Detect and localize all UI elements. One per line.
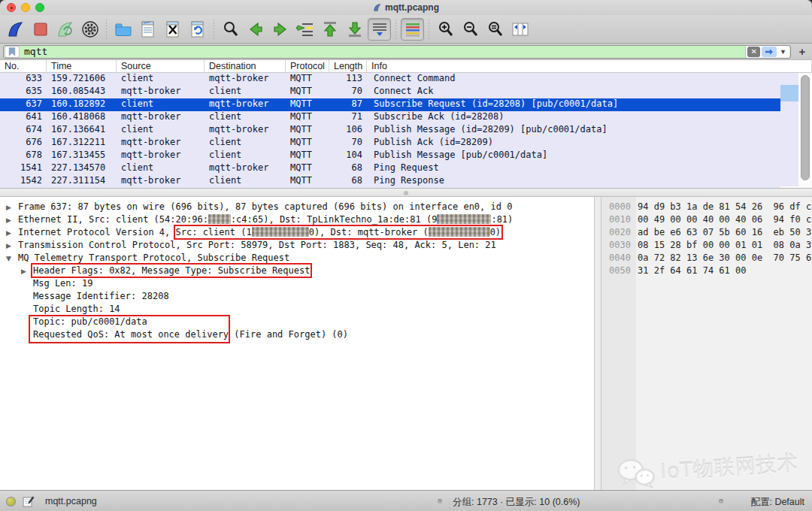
- stop-capture-button[interactable]: [29, 18, 52, 41]
- detail-line[interactable]: ▼MQ Telemetry Transport Protocol, Subscr…: [0, 252, 594, 265]
- profile-selector[interactable]: 配置: Default: [750, 496, 804, 509]
- intelligent-scrollbar-minimap[interactable]: [780, 73, 798, 186]
- filter-add-button[interactable]: +: [795, 45, 809, 58]
- detail-line[interactable]: ▶Internet Protocol Version 4, Src: clien…: [0, 227, 594, 240]
- go-back-button[interactable]: [244, 18, 267, 41]
- detail-text: :81): [491, 214, 513, 225]
- colorize-button[interactable]: [401, 18, 424, 41]
- packet-row[interactable]: 1541227.134570clientmqtt-brokerMQTT68Pin…: [0, 162, 780, 175]
- detail-line[interactable]: ▶Header Flags: 0x82, Message Type: Subsc…: [0, 265, 594, 278]
- detail-line[interactable]: Requested QoS: At most once delivery (Fi…: [0, 329, 594, 342]
- capture-options-button[interactable]: [78, 18, 102, 41]
- packet-row[interactable]: 633159.721606clientmqtt-brokerMQTT113Con…: [0, 73, 780, 86]
- packet-list-header: No.TimeSourceDestinationProtocolLengthIn…: [0, 60, 812, 73]
- packet-row[interactable]: 676167.312211mqtt-brokerclientMQTT70Publ…: [0, 137, 780, 150]
- packet-row[interactable]: 674167.136641clientmqtt-brokerMQTT106Pub…: [0, 124, 780, 137]
- go-to-packet-button[interactable]: [293, 18, 317, 41]
- zoom-out-button[interactable]: [459, 18, 482, 41]
- packet-row[interactable]: 641160.418068mqtt-brokerclientMQTT71Subs…: [0, 111, 780, 124]
- restart-capture-button[interactable]: [53, 18, 77, 41]
- collapsed-arrow-icon[interactable]: ▶: [21, 268, 33, 275]
- zoom-in-button[interactable]: [434, 18, 457, 41]
- filter-clear-button[interactable]: ✕: [747, 47, 760, 57]
- close-file-button[interactable]: [161, 18, 184, 41]
- arrow-to-top-icon: [321, 20, 339, 38]
- cell-dst: client: [205, 175, 286, 188]
- cell-no: 637: [0, 98, 47, 111]
- detail-line[interactable]: ▶Ethernet II, Src: client (54:20:96::c4:…: [0, 214, 594, 227]
- hex-row[interactable]: 003008 15 28 bf 00 00 01 01 08 0a 3: [609, 240, 812, 252]
- detail-line[interactable]: Message Identifier: 28208: [0, 291, 594, 304]
- toolbar-separator: [429, 20, 429, 39]
- hex-row[interactable]: 0020ad be e6 63 07 5b 60 16 eb 50 3: [609, 227, 812, 240]
- close-window-button[interactable]: [7, 3, 16, 12]
- splitter-handle[interactable]: [404, 191, 408, 195]
- maximize-window-button[interactable]: [35, 3, 44, 12]
- pane-splitter[interactable]: [0, 188, 812, 197]
- cell-len: 68: [329, 162, 367, 175]
- column-header-info[interactable]: Info: [367, 60, 812, 72]
- detail-line[interactable]: Topic Length: 14: [0, 304, 594, 316]
- column-header-protocol[interactable]: Protocol: [286, 60, 329, 72]
- cell-dst: mqtt-broker: [205, 98, 286, 111]
- details-hex-splitter[interactable]: [594, 197, 601, 490]
- go-to-bottom-button[interactable]: [343, 18, 366, 41]
- hex-row[interactable]: 00400a 72 82 13 6e 30 00 0e 70 75 6: [609, 252, 812, 265]
- collapsed-arrow-icon[interactable]: ▶: [6, 242, 18, 249]
- start-capture-button[interactable]: [4, 18, 27, 41]
- packet-row[interactable]: 1542227.311154mqtt-brokerclientMQTT68Pin…: [0, 175, 780, 188]
- go-to-top-button[interactable]: [318, 18, 341, 41]
- scrollbar-thumb[interactable]: [801, 75, 810, 180]
- filter-bookmark-button[interactable]: [5, 46, 20, 58]
- cell-proto: MQTT: [286, 162, 329, 175]
- packet-row[interactable]: 635160.085443mqtt-brokerclientMQTT70Conn…: [0, 86, 780, 98]
- go-forward-button[interactable]: [268, 18, 292, 41]
- column-header-length[interactable]: Length: [329, 60, 367, 72]
- reload-file-button[interactable]: [186, 18, 209, 41]
- collapsed-arrow-icon[interactable]: ▶: [6, 204, 18, 211]
- resize-columns-button[interactable]: [508, 18, 532, 41]
- filter-apply-button[interactable]: [762, 47, 777, 57]
- cell-dst: mqtt-broker: [205, 124, 286, 137]
- cell-no: 641: [0, 111, 47, 124]
- expert-info-indicator[interactable]: [6, 497, 16, 506]
- collapsed-arrow-icon[interactable]: ▶: [6, 229, 18, 237]
- file-reload-icon: [189, 20, 207, 38]
- open-file-button[interactable]: [111, 18, 135, 41]
- apply-arrow-icon: [765, 48, 774, 56]
- zoom-100-button[interactable]: [483, 18, 507, 41]
- display-filter-input[interactable]: mqtt ✕ ▼: [3, 45, 791, 59]
- detail-line[interactable]: ▶Frame 637: 87 bytes on wire (696 bits),…: [0, 201, 594, 214]
- column-header-no[interactable]: No.: [0, 60, 47, 72]
- cell-time: 227.311154: [47, 175, 117, 188]
- toolbar-separator: [395, 20, 396, 39]
- auto-scroll-button[interactable]: [368, 18, 391, 41]
- find-packet-button[interactable]: [219, 18, 242, 41]
- detail-line[interactable]: Topic: pub/c0001/data: [0, 316, 594, 329]
- zoom-out-icon: [462, 20, 480, 38]
- detail-text: :c4:65), Dst: TpLinkTechno_1a:de:81 (9: [231, 214, 438, 225]
- capture-comment-button[interactable]: [23, 495, 35, 509]
- column-header-time[interactable]: Time: [47, 60, 117, 72]
- column-header-source[interactable]: Source: [117, 60, 205, 72]
- filter-value[interactable]: mqtt: [20, 46, 745, 57]
- minimap-selection-mark: [780, 85, 798, 101]
- collapsed-arrow-icon[interactable]: ▶: [6, 216, 18, 224]
- cell-len: 104: [329, 150, 367, 162]
- cell-len: 70: [329, 86, 367, 98]
- save-file-button[interactable]: [136, 18, 159, 41]
- minimize-window-button[interactable]: [21, 3, 30, 12]
- column-header-destination[interactable]: Destination: [205, 60, 286, 72]
- cell-time: 167.313455: [47, 150, 117, 162]
- expanded-arrow-icon[interactable]: ▼: [6, 255, 18, 262]
- packet-row[interactable]: 637160.182892clientmqtt-brokerMQTT87Subs…: [0, 98, 780, 111]
- packet-row[interactable]: 678167.313455mqtt-brokerclientMQTT104Pub…: [0, 150, 780, 162]
- hex-row[interactable]: 000094 d9 b3 1a de 81 54 26 96 df c: [609, 201, 812, 214]
- cell-dst: client: [205, 150, 286, 162]
- filter-dropdown-caret[interactable]: ▼: [778, 48, 788, 56]
- cell-info: Subscribe Request (id=28208) [pub/c0001/…: [367, 98, 780, 111]
- hex-row[interactable]: 001000 49 00 00 40 00 40 06 94 f0 c: [609, 214, 812, 227]
- detail-line[interactable]: Msg Len: 19: [0, 278, 594, 291]
- detail-line[interactable]: ▶Transmission Control Protocol, Src Port…: [0, 240, 594, 252]
- hex-row[interactable]: 005031 2f 64 61 74 61 00: [609, 265, 812, 278]
